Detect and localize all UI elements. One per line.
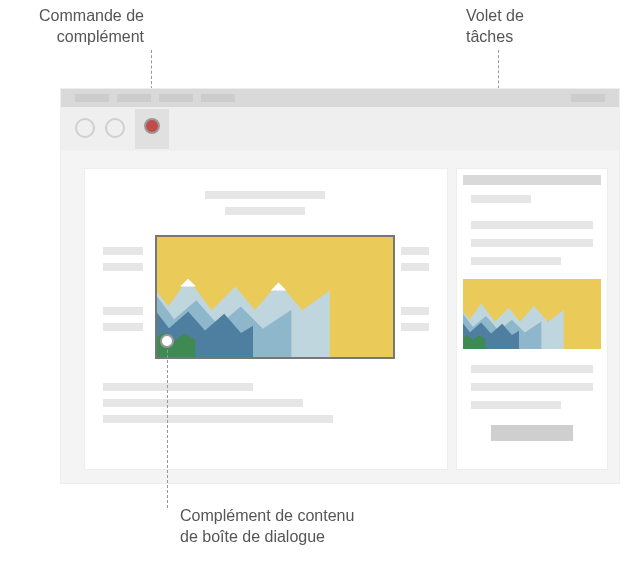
document-page bbox=[85, 169, 447, 469]
callout-content-dialog-line1: Complément de contenu bbox=[180, 506, 354, 527]
svg-marker-9 bbox=[463, 333, 486, 349]
mountain-scene-icon bbox=[463, 279, 601, 349]
callout-task-pane-line1: Volet de bbox=[466, 6, 524, 27]
callout-addin-command: Commande de complément bbox=[14, 6, 144, 48]
task-pane[interactable] bbox=[457, 169, 607, 469]
ribbon bbox=[61, 107, 619, 151]
ribbon-button-placeholder bbox=[105, 118, 125, 138]
addin-command-icon bbox=[144, 118, 160, 134]
mountain-scene-icon bbox=[157, 237, 393, 357]
ribbon-button-placeholder bbox=[75, 118, 95, 138]
app-window bbox=[60, 88, 620, 484]
callout-task-pane-line2: tâches bbox=[466, 27, 524, 48]
callout-addin-command-line1: Commande de bbox=[14, 6, 144, 27]
task-pane-preview-image bbox=[463, 279, 601, 349]
task-pane-header bbox=[463, 175, 601, 185]
callout-content-dialog-line2: de boîte de dialogue bbox=[180, 527, 354, 548]
marker-content-addin bbox=[160, 334, 174, 348]
content-addin-dialog[interactable] bbox=[155, 235, 395, 359]
callout-content-dialog: Complément de contenu de boîte de dialog… bbox=[180, 506, 354, 548]
addin-command-button[interactable] bbox=[135, 109, 169, 149]
callout-task-pane: Volet de tâches bbox=[466, 6, 524, 48]
workspace bbox=[61, 151, 619, 483]
callout-addin-command-line2: complément bbox=[14, 27, 144, 48]
task-pane-action-button[interactable] bbox=[491, 425, 573, 441]
title-bar bbox=[61, 89, 619, 107]
leader-content-addin bbox=[167, 350, 168, 508]
